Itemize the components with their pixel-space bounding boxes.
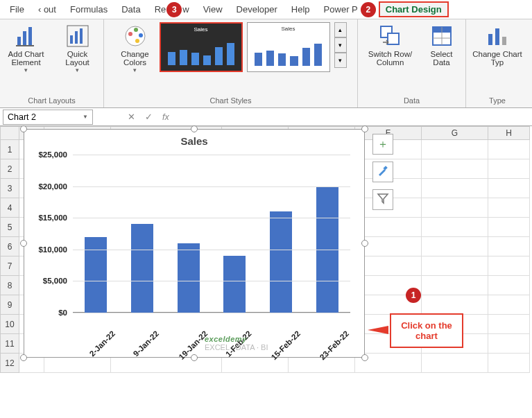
cell[interactable]	[488, 315, 530, 334]
chart-bar[interactable]	[85, 237, 107, 313]
tab-powerp-partial[interactable]: Power P	[317, 1, 358, 17]
row-header[interactable]: 3	[0, 179, 19, 198]
cell[interactable]	[488, 256, 530, 276]
btn-change-chart-type[interactable]: Change Chart Typ	[470, 22, 524, 68]
row-header[interactable]: 5	[0, 218, 19, 237]
btn-label: Add Chart Element	[4, 50, 49, 67]
chart-bar[interactable]	[223, 256, 246, 313]
chart-filters-button[interactable]	[372, 189, 393, 210]
cell[interactable]	[488, 218, 530, 237]
cell[interactable]	[422, 295, 488, 315]
chart-style-thumb-2[interactable]: Sales	[247, 22, 330, 72]
resize-handle[interactable]	[191, 125, 198, 132]
tab-review-start[interactable]: Re	[148, 1, 166, 17]
resize-handle[interactable]	[361, 125, 368, 132]
badge-3: 3	[166, 2, 182, 17]
cell[interactable]	[422, 159, 488, 179]
cell[interactable]	[422, 218, 488, 237]
chart-title[interactable]: Sales	[24, 130, 364, 150]
chart-elements-button[interactable]: ＋	[372, 134, 393, 155]
chart-bar[interactable]	[178, 243, 200, 313]
y-tick-label: $25,000	[38, 150, 67, 159]
chart-bar[interactable]	[270, 211, 292, 313]
cell[interactable]	[488, 179, 530, 198]
y-tick-label: $5,000	[43, 277, 67, 285]
y-tick-label: $10,000	[38, 245, 67, 254]
cell[interactable]	[422, 140, 488, 159]
cell[interactable]	[422, 237, 488, 256]
btn-add-chart-element[interactable]: Add Chart Element ▾	[3, 22, 50, 75]
svg-rect-20	[495, 28, 499, 45]
select-data-icon	[429, 24, 454, 49]
enter-icon[interactable]: ✓	[145, 112, 153, 122]
cell[interactable]	[488, 237, 530, 256]
chart-x-axis: 2-Jan-229-Jan-2219-Jan-221-Feb-2215-Feb-…	[73, 314, 350, 353]
chart-styles-button[interactable]	[372, 162, 393, 182]
resize-handle[interactable]	[20, 125, 27, 132]
btn-label: Change Chart Typ	[472, 50, 523, 67]
chart-plot-area[interactable]	[73, 155, 350, 313]
row-header[interactable]: 1	[0, 140, 19, 159]
row-header[interactable]: 2	[0, 159, 19, 179]
btn-change-colors[interactable]: Change Colors ▾	[115, 22, 155, 75]
scroll-up-icon[interactable]: ▴	[334, 22, 347, 37]
btn-quick-layout[interactable]: Quick Layout ▾	[54, 22, 101, 75]
cell[interactable]	[422, 198, 488, 218]
chart-style-thumb-1[interactable]: Sales	[160, 22, 243, 72]
cell[interactable]	[355, 256, 422, 276]
tab-data[interactable]: Data	[114, 1, 147, 17]
embedded-chart[interactable]: Sales $0$5,000$10,000$15,000$20,000$25,0…	[24, 129, 365, 358]
chart-bar[interactable]	[131, 224, 153, 313]
cancel-icon[interactable]: ✕	[128, 112, 135, 122]
svg-rect-21	[502, 37, 506, 45]
row-header[interactable]: 11	[0, 334, 19, 354]
btn-select-data[interactable]: Select Data	[422, 22, 461, 68]
row-header[interactable]: 12	[0, 354, 19, 373]
row-header[interactable]: 10	[0, 315, 19, 334]
group-type: Change Chart Typ Type	[466, 19, 529, 107]
row-header[interactable]: 8	[0, 276, 19, 295]
tab-review-end[interactable]: w	[182, 1, 196, 17]
select-all-corner[interactable]	[0, 126, 19, 140]
cell[interactable]	[488, 198, 530, 218]
tab-layout-partial[interactable]: ‹ out	[31, 1, 63, 17]
resize-handle[interactable]	[361, 240, 368, 247]
cell[interactable]	[488, 140, 530, 159]
row-header[interactable]: 7	[0, 256, 19, 276]
name-box[interactable]: Chart 2 ▼	[3, 110, 93, 125]
col-header[interactable]: G	[422, 126, 488, 140]
col-header[interactable]: H	[488, 126, 530, 140]
cell[interactable]	[422, 276, 488, 295]
btn-label: Quick Layout	[55, 50, 100, 67]
chevron-down-icon: ▾	[133, 67, 137, 73]
tab-view[interactable]: View	[196, 1, 230, 17]
cell[interactable]	[488, 159, 530, 179]
tab-chart-design[interactable]: Chart Design	[379, 1, 449, 17]
resize-handle[interactable]	[20, 354, 27, 361]
btn-switch-row-col[interactable]: Switch Row/ Column	[363, 22, 418, 68]
resize-handle[interactable]	[361, 354, 368, 361]
cell[interactable]	[422, 256, 488, 276]
row-header[interactable]: 4	[0, 198, 19, 218]
row-header[interactable]: 6	[0, 237, 19, 256]
cell[interactable]	[488, 334, 530, 354]
gallery-more-icon[interactable]: ▾	[334, 53, 347, 68]
y-tick-label: $20,000	[38, 182, 67, 191]
fx-icon[interactable]: fx	[162, 112, 169, 122]
tab-developer[interactable]: Developer	[230, 1, 284, 17]
cell[interactable]	[488, 354, 530, 373]
scroll-down-icon[interactable]: ▾	[334, 37, 347, 53]
tab-formulas[interactable]: Formulas	[63, 1, 114, 17]
row-header[interactable]: 9	[0, 295, 19, 315]
cell[interactable]	[488, 276, 530, 295]
cell[interactable]	[422, 354, 488, 373]
add-chart-element-icon	[14, 24, 39, 49]
svg-rect-0	[17, 37, 21, 45]
resize-handle[interactable]	[20, 240, 27, 247]
tab-file[interactable]: File	[3, 1, 31, 17]
cell[interactable]	[488, 295, 530, 315]
cell[interactable]	[422, 179, 488, 198]
tab-help[interactable]: Help	[284, 1, 317, 17]
chart-y-axis: $0$5,000$10,000$15,000$20,000$25,000	[30, 155, 70, 313]
cell[interactable]	[355, 218, 422, 237]
